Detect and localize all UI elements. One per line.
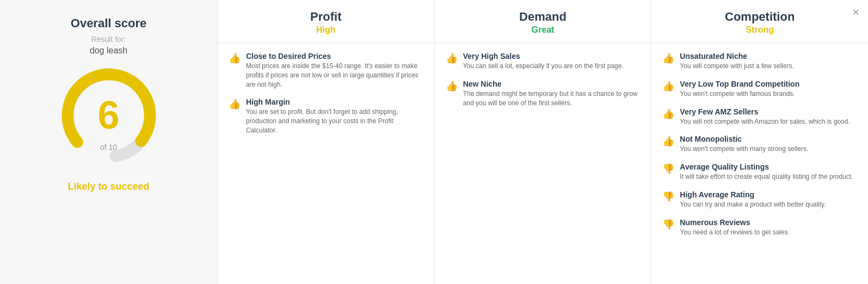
item-icon-competition-2: 👍 xyxy=(662,108,674,126)
item-content-competition-3: Not MonopolisticYou won't compete with m… xyxy=(680,135,808,154)
item-content-profit-1: High MarginYou are set to profit. But do… xyxy=(246,98,423,135)
item-desc-competition-2: You will not compete with Amazon for sal… xyxy=(680,117,849,126)
result-for-label: Result for: xyxy=(91,35,126,44)
panel-title-profit: Profit xyxy=(229,10,423,24)
item-demand-0: 👍Very High SalesYou can sell a lot, espe… xyxy=(446,52,641,71)
item-content-demand-1: New NicheThe demand might be temporary b… xyxy=(463,80,641,108)
item-content-competition-1: Very Low Top Brand CompetitionYou won't … xyxy=(680,80,799,99)
right-panels: ProfitHigh👍Close to Desired PricesMost p… xyxy=(218,0,868,284)
panel-header-demand: DemandGreat xyxy=(435,0,651,43)
panel-competition: CompetitionStrong👍Unsaturated NicheYou w… xyxy=(651,0,868,284)
item-competition-1: 👍Very Low Top Brand CompetitionYou won't… xyxy=(662,80,857,99)
panel-subtitle-demand: Great xyxy=(446,25,641,35)
item-title-profit-0: Close to Desired Prices xyxy=(246,52,423,61)
panel-subtitle-competition: Strong xyxy=(662,25,857,35)
item-icon-competition-1: 👍 xyxy=(662,80,674,99)
panel-body-competition: 👍Unsaturated NicheYou will compete with … xyxy=(651,43,868,246)
score-of-ten: of 10 xyxy=(100,143,117,152)
item-desc-competition-1: You won't compete with famous brands. xyxy=(680,89,799,99)
item-desc-demand-1: The demand might be temporary but it has… xyxy=(463,89,641,108)
main-container: × Overall score Result for: dog leash 6 … xyxy=(0,0,868,284)
score-gauge: 6 of 10 xyxy=(60,67,158,165)
item-desc-competition-3: You won't compete with many strong selle… xyxy=(680,144,808,154)
item-desc-competition-6: You need a lot of reviews to get sales. xyxy=(680,228,790,237)
item-desc-profit-0: Most prices are inside the $15-40 range.… xyxy=(246,62,423,89)
left-panel: Overall score Result for: dog leash 6 of… xyxy=(0,0,218,284)
item-title-competition-5: High Average Rating xyxy=(680,190,826,199)
item-profit-0: 👍Close to Desired PricesMost prices are … xyxy=(229,52,423,89)
panel-profit: ProfitHigh👍Close to Desired PricesMost p… xyxy=(218,0,435,284)
item-title-demand-1: New Niche xyxy=(463,80,641,88)
item-icon-profit-1: 👍 xyxy=(229,98,241,135)
item-desc-profit-1: You are set to profit. But don't forget … xyxy=(246,107,423,135)
item-title-competition-4: Average Quality Listings xyxy=(680,162,853,171)
item-desc-competition-0: You will compete with just a few sellers… xyxy=(680,62,794,71)
item-competition-4: 👎Average Quality ListingsIt will take ef… xyxy=(662,162,857,182)
item-competition-0: 👍Unsaturated NicheYou will compete with … xyxy=(662,52,857,71)
item-content-competition-0: Unsaturated NicheYou will compete with j… xyxy=(680,52,794,71)
item-title-competition-6: Numerous Reviews xyxy=(680,218,790,227)
panel-title-demand: Demand xyxy=(446,10,641,24)
item-icon-competition-0: 👍 xyxy=(662,52,674,71)
item-content-demand-0: Very High SalesYou can sell a lot, espec… xyxy=(463,52,624,71)
item-icon-profit-0: 👍 xyxy=(229,52,241,89)
item-icon-demand-1: 👍 xyxy=(446,80,458,108)
item-profit-1: 👍High MarginYou are set to profit. But d… xyxy=(229,98,423,135)
item-desc-demand-0: You can sell a lot, especially if you ar… xyxy=(463,62,624,71)
panel-header-competition: CompetitionStrong xyxy=(651,0,868,43)
item-icon-competition-4: 👎 xyxy=(662,163,674,182)
item-demand-1: 👍New NicheThe demand might be temporary … xyxy=(446,80,641,108)
panel-subtitle-profit: High xyxy=(229,25,423,35)
score-number: 6 xyxy=(97,95,119,135)
item-icon-competition-5: 👎 xyxy=(662,191,674,209)
panel-title-competition: Competition xyxy=(662,10,857,24)
item-title-profit-1: High Margin xyxy=(246,98,423,106)
item-icon-demand-0: 👍 xyxy=(446,52,458,71)
close-button[interactable]: × xyxy=(852,7,859,19)
item-content-competition-6: Numerous ReviewsYou need a lot of review… xyxy=(680,218,790,237)
item-title-competition-3: Not Monopolistic xyxy=(680,135,808,143)
likely-label: Likely to succeed xyxy=(67,181,149,192)
item-title-competition-2: Very Few AMZ Sellers xyxy=(680,107,849,116)
item-title-competition-0: Unsaturated Niche xyxy=(680,52,794,61)
panel-body-demand: 👍Very High SalesYou can sell a lot, espe… xyxy=(435,43,651,116)
item-content-competition-2: Very Few AMZ SellersYou will not compete… xyxy=(680,107,849,126)
item-competition-3: 👍Not MonopolisticYou won't compete with … xyxy=(662,135,857,154)
item-title-demand-0: Very High Sales xyxy=(463,52,624,61)
panel-header-profit: ProfitHigh xyxy=(218,0,434,43)
item-desc-competition-5: You can try and make a product with bett… xyxy=(680,200,826,209)
panel-body-profit: 👍Close to Desired PricesMost prices are … xyxy=(218,43,434,144)
overall-title: Overall score xyxy=(71,16,146,31)
item-desc-competition-4: It will take effort to create equal qual… xyxy=(680,172,853,182)
item-content-competition-5: High Average RatingYou can try and make … xyxy=(680,190,826,209)
item-content-profit-0: Close to Desired PricesMost prices are i… xyxy=(246,52,423,89)
item-title-competition-1: Very Low Top Brand Competition xyxy=(680,80,799,88)
item-competition-5: 👎High Average RatingYou can try and make… xyxy=(662,190,857,209)
item-icon-competition-6: 👎 xyxy=(662,219,674,237)
panel-demand: DemandGreat👍Very High SalesYou can sell … xyxy=(435,0,652,284)
item-icon-competition-3: 👍 xyxy=(662,135,674,154)
item-content-competition-4: Average Quality ListingsIt will take eff… xyxy=(680,162,853,182)
item-competition-2: 👍Very Few AMZ SellersYou will not compet… xyxy=(662,107,857,126)
item-competition-6: 👎Numerous ReviewsYou need a lot of revie… xyxy=(662,218,857,237)
